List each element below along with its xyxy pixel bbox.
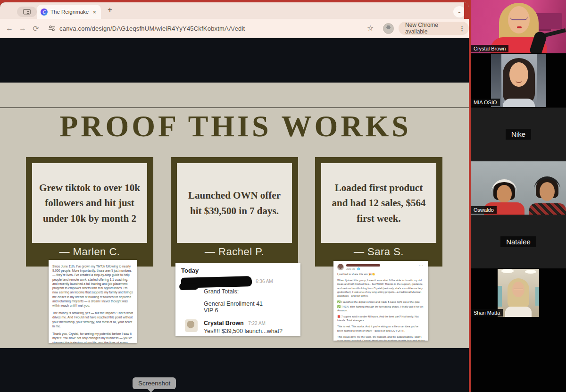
person-body	[529, 203, 566, 215]
new-tab-button[interactable]: +	[108, 5, 112, 15]
participant-name-label: Shari Matta	[471, 309, 503, 317]
card-quote: Loaded first product and had 12 sales, $…	[321, 163, 436, 243]
testimonial-screenshot-text: Since June 11th, I've grown my TikTok fo…	[49, 260, 137, 343]
chat-line: General Enrollment 41	[204, 300, 295, 307]
background-decor	[535, 13, 562, 29]
testimonial-paragraph: The money is amazing, yes — but the impa…	[52, 311, 133, 328]
chrome-update-label: New Chrome available	[405, 22, 455, 35]
chat-body: Yes!!!! $39,500 launch...what? Double wh…	[204, 327, 295, 336]
testimonial-screenshot-chat: Today 6:36 AM Grand Totals: General Enro…	[175, 263, 300, 336]
slide-title: PROOF THIS WORKS	[0, 109, 469, 144]
post-menu-icon: ···	[419, 264, 424, 267]
participant-name-label: Crystal Brown	[471, 45, 508, 52]
participant-tile-natalee[interactable]: Natalee	[471, 215, 566, 268]
profile-avatar[interactable]	[383, 23, 394, 34]
shared-screen: C The Reignmaker™ - Presenta × + ⌄ ← → ⟳	[0, 0, 471, 392]
card-attribution: — Sara S.	[321, 243, 436, 260]
testimonial-card-marlen: Grew tiktok to over 10k followers and hi…	[26, 157, 153, 267]
participant-tile-oswaldo[interactable]: Oswaldo	[471, 161, 566, 215]
tab-strip: C The Reignmaker™ - Presenta × + ⌄	[0, 2, 469, 19]
chrome-window: C The Reignmaker™ - Presenta × + ⌄ ← → ⟳	[0, 2, 469, 392]
person-body	[505, 307, 532, 317]
screen: C The Reignmaker™ - Presenta × + ⌄ ← → ⟳	[0, 0, 566, 392]
person-face	[512, 282, 524, 297]
background-decor	[501, 269, 514, 273]
post-avatar	[337, 264, 344, 270]
chat-message: Crystal Brown 7:22 AM Yes!!!! $39,500 la…	[181, 318, 295, 336]
screenshot-tooltip: Screenshot	[133, 377, 176, 389]
card-attribution: — Marlen C.	[32, 243, 147, 260]
post-line: When I joined this group, I wasn't sure …	[337, 278, 424, 298]
redacted-name	[346, 264, 380, 267]
chat-avatar	[185, 319, 198, 332]
person-body	[503, 99, 535, 107]
bookmark-star-icon[interactable]: ☆	[367, 24, 374, 33]
participants-strip: Crystal Brown MIA OSIO Nike	[471, 0, 566, 392]
testimonial-paragraph: Since June 11th, I've grown my TikTok fo…	[52, 264, 133, 308]
slide-divider	[0, 107, 469, 108]
screen-edge	[464, 2, 469, 21]
headphones	[491, 179, 517, 193]
screenshot-tooltip-label: Screenshot	[138, 380, 170, 387]
card-quote: Grew tiktok to over 10k followers and hi…	[32, 163, 147, 243]
participant-video	[498, 269, 539, 317]
chat-sender: Crystal Brown	[204, 320, 244, 326]
post-line: This is real. This works. And if you're …	[337, 325, 424, 333]
card-attribution: — Rachel P.	[177, 243, 292, 260]
participant-name-label: Nike	[506, 129, 531, 140]
background-decor	[525, 270, 536, 274]
browser-toolbar: ← → ⟳ canva.com/design/DAG1eqsfhUM/wieiR…	[0, 19, 469, 38]
post-header: June 30 · 🌐 ···	[337, 264, 424, 272]
participant-name-label: Oswaldo	[471, 206, 497, 214]
browser-menu-icon[interactable]: ⋮	[459, 25, 465, 32]
participant-tile-nike[interactable]: Nike	[471, 108, 566, 161]
post-line: I just had to share this win 🎉👏	[337, 272, 424, 276]
address-bar[interactable]: canva.com/design/DAG1eqsfhUM/wieiR4YyY45…	[48, 25, 350, 32]
participant-name-label: MIA OSIO	[471, 99, 500, 106]
testimonial-screenshot-post: June 30 · 🌐 ··· I just had to share this…	[333, 261, 428, 341]
post-line: 📕 7 copies sold in under 48 hours. And t…	[337, 315, 424, 323]
chat-line: Grand Totals:	[204, 288, 295, 295]
chrome-update-chip[interactable]: New Chrome available ⋮	[399, 22, 469, 35]
card-quote: Launched OWN offer hit $39,500 in 7 days…	[177, 163, 292, 243]
back-button[interactable]: ←	[3, 24, 16, 33]
testimonial-card-rachel: Launched OWN offer hit $39,500 in 7 days…	[171, 157, 298, 267]
tab-close-icon[interactable]: ×	[92, 8, 97, 16]
post-line: ✅ I launched the digital version and mad…	[337, 300, 424, 304]
chat-message-header: 6:36 AM	[181, 277, 295, 289]
glasses	[514, 286, 523, 289]
tab-preview-icon	[23, 8, 31, 15]
post-line: This group gave me the tools, the suppor…	[337, 335, 424, 341]
chat-day-header: Today	[181, 267, 295, 274]
tab-search-button[interactable]	[17, 7, 37, 17]
participant-tile-mia-osio[interactable]: MIA OSIO	[471, 54, 566, 107]
chat-timestamp: 6:36 AM	[256, 279, 273, 284]
presentation-slide: PROOF THIS WORKS Grew tiktok to over 10k…	[0, 83, 469, 348]
forward-button[interactable]: →	[16, 24, 29, 33]
canva-favicon-icon: C	[41, 8, 48, 16]
participant-tile-shari-matta[interactable]: Shari Matta	[471, 269, 566, 322]
person-face	[517, 26, 522, 28]
tab-title: The Reignmaker™ - Presenta	[50, 9, 89, 15]
testimonial-card-sara: Loaded first product and had 12 sales, $…	[315, 157, 442, 267]
redacted-name	[181, 276, 252, 288]
background-decor	[498, 286, 502, 307]
chat-line: VIP 6	[204, 307, 295, 314]
headphones	[534, 176, 560, 192]
post-date: June 30 · 🌐	[346, 267, 360, 270]
glasses	[510, 15, 528, 20]
testimonial-paragraph: Thank you, Crystal, for seeing my potent…	[52, 332, 133, 343]
post-line: ✅ THEN, after fighting through the forma…	[337, 305, 424, 313]
browser-content: PROOF THIS WORKS Grew tiktok to over 10k…	[0, 38, 469, 392]
browser-tab[interactable]: C The Reignmaker™ - Presenta ×	[37, 5, 101, 19]
person-face	[509, 62, 528, 87]
background-decor	[537, 54, 546, 107]
site-settings-icon[interactable]	[48, 25, 56, 32]
background-decor	[535, 287, 539, 306]
participant-name-label: Natalee	[500, 236, 536, 247]
chat-timestamp: 7:22 AM	[248, 321, 266, 326]
url-text[interactable]: canva.com/design/DAG1eqsfhUM/wieiR4YyY45…	[59, 25, 245, 32]
participant-tile-crystal-brown[interactable]: Crystal Brown	[471, 0, 566, 53]
reload-button[interactable]: ⟳	[29, 24, 42, 33]
